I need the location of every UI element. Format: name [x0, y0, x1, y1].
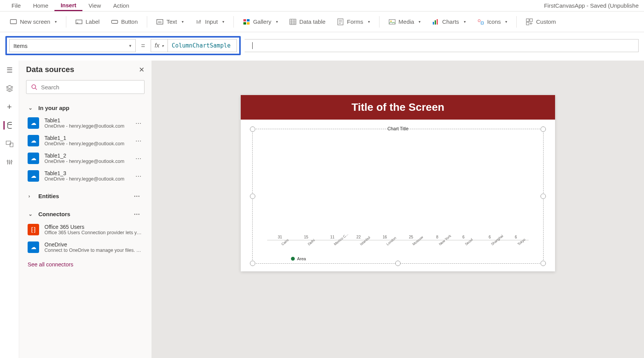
- svg-rect-20: [530, 19, 532, 21]
- chevron-right-icon: ›: [28, 193, 34, 199]
- property-selector[interactable]: Items ▾: [9, 39, 136, 52]
- property-value: Items: [13, 43, 28, 49]
- data-table-button[interactable]: Data table: [285, 16, 330, 28]
- more-icon[interactable]: ⋯: [131, 192, 142, 200]
- svg-point-25: [7, 160, 8, 162]
- bar-column: 6 Seoul: [451, 235, 476, 240]
- data-source-item[interactable]: ☁ Table1_3 OneDrive - henry.legge@outloo…: [19, 167, 151, 185]
- label-icon: [76, 18, 82, 25]
- layers-icon[interactable]: [5, 84, 14, 93]
- text-cursor: [252, 42, 253, 49]
- onedrive-icon: ☁: [28, 117, 39, 129]
- search-input[interactable]: [41, 84, 140, 90]
- resize-handle[interactable]: [395, 261, 401, 266]
- data-source-name: Table1_3: [44, 170, 128, 176]
- menu-action[interactable]: Action: [107, 1, 135, 10]
- fx-button[interactable]: fx ▾: [151, 39, 168, 52]
- connector-item[interactable]: ⁅⁆ Office 365 Users Office 365 Users Con…: [19, 221, 151, 238]
- svg-rect-8: [243, 22, 246, 25]
- menu-insert[interactable]: Insert: [54, 0, 82, 11]
- resize-handle[interactable]: [540, 261, 546, 266]
- bar-column: 6 Shanghai: [477, 235, 502, 240]
- gallery-button[interactable]: Gallery: [238, 16, 283, 28]
- charts-icon: [432, 18, 439, 25]
- connector-icon: ☁: [28, 241, 39, 253]
- search-box[interactable]: [26, 80, 145, 94]
- new-screen-button[interactable]: New screen: [5, 16, 61, 28]
- svg-rect-16: [437, 19, 438, 25]
- menu-view[interactable]: View: [82, 1, 107, 10]
- resize-handle[interactable]: [250, 194, 255, 199]
- in-your-app-header[interactable]: ⌄ In your app: [19, 102, 151, 114]
- separator: [147, 16, 147, 28]
- data-source-item[interactable]: ☁ Table1_2 OneDrive - henry.legge@outloo…: [19, 149, 151, 167]
- data-source-item[interactable]: ☁ Table1_1 OneDrive - henry.legge@outloo…: [19, 132, 151, 149]
- chart-selection[interactable]: Chart Title 31 Cairo15 Delhi11 Mexico C.…: [252, 129, 544, 264]
- data-source-name: Table1: [44, 117, 128, 123]
- data-source-item[interactable]: ☁ Table1 OneDrive - henry.legge@outlook.…: [19, 114, 151, 132]
- input-button[interactable]: Input: [191, 16, 229, 28]
- more-icon[interactable]: ⋯: [133, 155, 144, 162]
- more-icon[interactable]: ⋯: [133, 137, 144, 145]
- bar-column: 8 New York: [424, 235, 450, 240]
- icons-icon: [477, 18, 484, 25]
- connectors-label: Connectors: [38, 211, 70, 217]
- settings-icon[interactable]: [5, 158, 14, 166]
- label-label: Label: [85, 18, 100, 25]
- gallery-label: Gallery: [253, 18, 271, 25]
- connector-name: Office 365 Users: [44, 224, 144, 230]
- data-source-name: Table1_1: [44, 135, 128, 141]
- resize-handle[interactable]: [250, 126, 255, 132]
- text-button[interactable]: Ab Text: [152, 16, 188, 28]
- add-icon[interactable]: +: [5, 103, 14, 111]
- data-icon[interactable]: [3, 121, 12, 130]
- connectors-header[interactable]: ⌄ Connectors ⋯: [19, 207, 151, 221]
- svg-rect-12: [389, 20, 395, 24]
- devices-icon[interactable]: [5, 140, 14, 148]
- connector-sub: Connect to OneDrive to manage your files…: [44, 248, 144, 253]
- close-icon[interactable]: ✕: [139, 66, 145, 74]
- media-button[interactable]: Media: [384, 16, 426, 28]
- canvas-area[interactable]: Title of the Screen Chart Title 31 Cairo…: [152, 61, 644, 358]
- hamburger-icon[interactable]: ☰: [5, 66, 14, 74]
- label-button[interactable]: Label: [71, 16, 104, 28]
- more-icon[interactable]: ⋯: [133, 172, 144, 180]
- app-title: FirstCanvasApp - Saved (Unpublishe: [544, 2, 639, 9]
- bar-label: Shanghai: [491, 234, 504, 246]
- bar-label: New York: [438, 234, 452, 246]
- svg-rect-7: [247, 19, 250, 21]
- custom-button[interactable]: Custom: [521, 16, 560, 28]
- charts-label: Charts: [442, 18, 459, 25]
- bar-label: Cairo: [281, 238, 289, 246]
- see-all-connectors-link[interactable]: See all connectors: [19, 256, 151, 273]
- resize-handle[interactable]: [540, 126, 546, 132]
- connector-item[interactable]: ☁ OneDrive Connect to OneDrive to manage…: [19, 238, 151, 256]
- bar-column: 25 Moscow: [398, 235, 424, 240]
- forms-button[interactable]: Forms: [332, 16, 375, 28]
- formula-extend[interactable]: [245, 39, 639, 52]
- onedrive-icon: ☁: [28, 135, 39, 146]
- menu-file[interactable]: File: [5, 1, 27, 10]
- icons-button[interactable]: Icons: [473, 16, 512, 28]
- svg-point-27: [11, 161, 12, 162]
- legend-swatch-icon: [291, 257, 295, 261]
- more-icon[interactable]: ⋯: [133, 120, 144, 127]
- menu-home[interactable]: Home: [27, 1, 54, 10]
- new-screen-label: New screen: [20, 18, 50, 25]
- chart-title[interactable]: Chart Title: [253, 125, 543, 132]
- bar-column: 31 Cairo: [267, 235, 292, 240]
- svg-rect-2: [112, 20, 118, 23]
- search-icon: [31, 84, 37, 90]
- formula-input[interactable]: ColumnChartSample: [168, 39, 237, 52]
- resize-handle[interactable]: [540, 194, 546, 199]
- more-icon[interactable]: ⋯: [131, 210, 142, 218]
- app-screen[interactable]: Title of the Screen Chart Title 31 Cairo…: [241, 95, 555, 271]
- entities-header[interactable]: › Entities ⋯: [19, 189, 151, 203]
- svg-rect-19: [526, 19, 529, 21]
- bar-label: Moscow: [412, 235, 424, 246]
- resize-handle[interactable]: [250, 261, 255, 266]
- charts-button[interactable]: Charts: [427, 16, 470, 28]
- button-button[interactable]: Button: [107, 16, 142, 28]
- bar-value: 8: [436, 235, 439, 239]
- screen-title-bar[interactable]: Title of the Screen: [241, 95, 555, 120]
